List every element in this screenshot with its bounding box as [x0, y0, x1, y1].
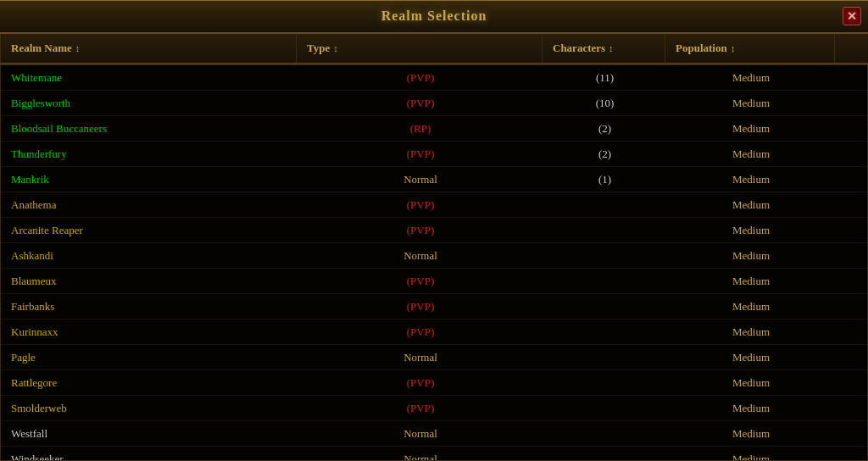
- realm-name: Ashkandi: [1, 249, 298, 263]
- realm-name: Windseeker: [1, 453, 298, 461]
- table-row[interactable]: Ashkandi Normal Medium: [1, 243, 867, 269]
- window-title: Realm Selection: [381, 8, 487, 24]
- realm-type: (PVP): [298, 147, 543, 161]
- realm-population: Medium: [666, 453, 836, 461]
- realm-population: Medium: [666, 300, 836, 314]
- realm-type: (PVP): [298, 376, 543, 390]
- table-row[interactable]: Mankrik Normal (1) Medium: [1, 167, 867, 192]
- sort-characters-icon: ↕: [609, 43, 614, 53]
- table-row[interactable]: Fairbanks (PVP) Medium: [1, 294, 867, 319]
- table-row[interactable]: Whitemane (PVP) (11) Medium: [1, 65, 867, 91]
- realm-population: Medium: [666, 275, 836, 288]
- table-row[interactable]: Thunderfury (PVP) (2) Medium: [1, 142, 867, 167]
- realm-name: Bigglesworth: [1, 97, 298, 110]
- table-row[interactable]: Smolderweb (PVP) Medium: [1, 396, 867, 421]
- header-type[interactable]: Type ↕: [297, 34, 542, 63]
- header-characters[interactable]: Characters ↕: [542, 34, 665, 63]
- realm-population: Medium: [666, 122, 836, 136]
- table-row[interactable]: Bigglesworth (PVP) (10) Medium: [1, 91, 867, 116]
- realm-population: Medium: [666, 427, 836, 441]
- realm-name: Mankrik: [1, 173, 298, 186]
- realm-population: Medium: [666, 249, 836, 263]
- sort-type-icon: ↕: [333, 43, 338, 53]
- realm-population: Medium: [666, 325, 836, 339]
- realm-characters: (1): [543, 173, 666, 186]
- realm-table: Whitemane (PVP) (11) Medium Bigglesworth…: [0, 64, 868, 461]
- realm-characters: (10): [543, 97, 666, 110]
- header-population[interactable]: Population ↕: [665, 34, 835, 63]
- realm-name: Rattlegore: [1, 376, 298, 390]
- table-row[interactable]: Rattlegore (PVP) Medium: [1, 370, 867, 396]
- realm-name: Bloodsail Buccaneers: [1, 122, 298, 136]
- table-header: Realm Name ↕ Type ↕ Characters ↕ Populat…: [0, 34, 868, 64]
- table-row[interactable]: Windseeker Normal Medium: [1, 447, 867, 460]
- realm-population: Medium: [666, 402, 836, 415]
- realm-name: Thunderfury: [1, 147, 298, 161]
- realm-name: Kurinnaxx: [1, 325, 298, 339]
- table-scroll-area[interactable]: Whitemane (PVP) (11) Medium Bigglesworth…: [1, 65, 867, 460]
- sort-population-icon: ↕: [731, 43, 736, 53]
- realm-name: Westfall: [1, 427, 298, 441]
- realm-name: Arcanite Reaper: [1, 224, 298, 237]
- realm-type: (PVP): [298, 300, 543, 314]
- table-row[interactable]: Anathema (PVP) Medium: [1, 192, 867, 218]
- realm-type: (PVP): [298, 71, 543, 85]
- realm-type: (PVP): [298, 198, 543, 212]
- realm-population: Medium: [666, 97, 836, 110]
- realm-name: Anathema: [1, 198, 298, 212]
- close-button[interactable]: ✕: [843, 7, 861, 25]
- realm-name: Pagle: [1, 351, 298, 364]
- realm-population: Medium: [666, 71, 836, 85]
- realm-type: Normal: [298, 249, 543, 263]
- realm-name: Blaumeux: [1, 275, 298, 288]
- table-row[interactable]: Pagle Normal Medium: [1, 345, 867, 370]
- title-bar: Realm Selection ✕: [0, 0, 868, 34]
- realm-population: Medium: [666, 376, 836, 390]
- table-row[interactable]: Arcanite Reaper (PVP) Medium: [1, 218, 867, 243]
- realm-type: Normal: [298, 427, 543, 441]
- header-realm-name[interactable]: Realm Name ↕: [0, 34, 297, 63]
- realm-type: Normal: [298, 351, 543, 364]
- realm-type: (PVP): [298, 97, 543, 110]
- realm-population: Medium: [666, 173, 836, 186]
- realm-population: Medium: [666, 198, 836, 212]
- realm-characters: (11): [543, 71, 666, 85]
- realm-name: Fairbanks: [1, 300, 298, 314]
- realm-type: (PVP): [298, 224, 543, 237]
- realm-name: Smolderweb: [1, 402, 298, 415]
- realm-population: Medium: [666, 147, 836, 161]
- realm-type: (PVP): [298, 402, 543, 415]
- realm-name: Whitemane: [1, 71, 298, 85]
- realm-characters: (2): [543, 147, 666, 161]
- table-row[interactable]: Westfall Normal Medium: [1, 421, 867, 447]
- table-row[interactable]: Blaumeux (PVP) Medium: [1, 269, 867, 294]
- realm-type: (PVP): [298, 325, 543, 339]
- realm-type: Normal: [298, 453, 543, 461]
- realm-type: Normal: [298, 173, 543, 186]
- sort-realm-name-icon: ↕: [75, 43, 81, 53]
- realm-population: Medium: [666, 351, 836, 364]
- realm-type: (RP): [298, 122, 543, 136]
- realm-population: Medium: [666, 224, 836, 237]
- table-row[interactable]: Bloodsail Buccaneers (RP) (2) Medium: [1, 116, 867, 142]
- realm-type: (PVP): [298, 275, 543, 288]
- table-row[interactable]: Kurinnaxx (PVP) Medium: [1, 319, 867, 345]
- realm-characters: (2): [543, 122, 666, 136]
